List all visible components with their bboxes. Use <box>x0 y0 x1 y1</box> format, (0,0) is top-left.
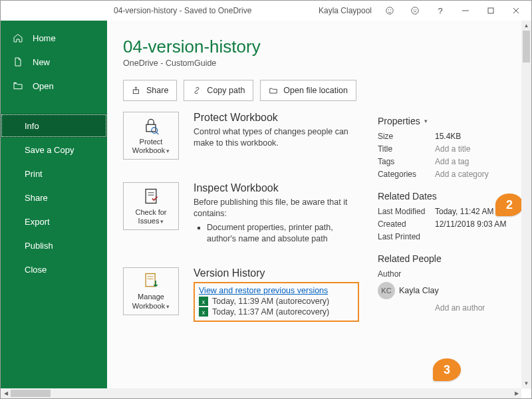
protect-button-label: Protect Workbook <box>124 138 178 155</box>
nav-saveacopy-label: Save a Copy <box>25 145 74 155</box>
svg-point-0 <box>386 7 394 15</box>
nav-close-label: Close <box>25 265 47 275</box>
share-button[interactable]: Share <box>123 80 177 101</box>
created-value: 12/11/2018 9:03 AM <box>435 219 506 229</box>
svg-rect-15 <box>146 189 156 203</box>
help-button[interactable]: ? <box>428 1 453 20</box>
svg-line-14 <box>156 132 159 134</box>
svg-rect-7 <box>488 8 493 13</box>
page-subtitle: OneDrive - CustomGuide <box>123 59 515 68</box>
author-avatar: KC <box>378 282 395 299</box>
created-label: Created <box>378 219 435 229</box>
nav-publish[interactable]: Publish <box>1 233 107 257</box>
vertical-scrollbar[interactable]: ▲ ▼ <box>521 21 531 388</box>
nav-export[interactable]: Export <box>1 209 107 233</box>
scroll-left-icon[interactable]: ◀ <box>1 388 11 398</box>
title-label: Title <box>378 144 435 154</box>
protect-workbook-button[interactable]: Protect Workbook <box>123 112 179 160</box>
manage-icon <box>142 271 160 290</box>
nav-home[interactable]: Home <box>1 26 107 50</box>
inspect-icon <box>142 187 160 205</box>
categories-value[interactable]: Add a category <box>435 170 489 179</box>
open-location-button[interactable]: Open file location <box>260 80 356 101</box>
nav-info-label: Info <box>25 121 39 131</box>
last-printed-label: Last Printed <box>378 232 435 241</box>
nav-open-label: Open <box>33 81 54 91</box>
tags-value[interactable]: Add a tag <box>435 157 469 166</box>
view-restore-link[interactable]: View and restore previous versions <box>199 286 328 295</box>
protect-body: Control what types of changes people can… <box>194 126 359 149</box>
cards-column: Protect Workbook Protect Workbook Contro… <box>123 112 359 322</box>
size-value: 15.4KB <box>435 132 461 141</box>
share-label: Share <box>146 86 168 95</box>
properties-column: Properties Size15.4KB TitleAdd a title T… <box>378 112 515 322</box>
lock-icon <box>142 116 160 135</box>
manage-workbook-button[interactable]: Manage Workbook <box>123 267 179 315</box>
open-icon <box>13 80 23 91</box>
nav-info[interactable]: Info <box>1 114 107 138</box>
nav-publish-label: Publish <box>25 241 53 251</box>
svg-rect-18 <box>146 274 155 287</box>
svg-point-2 <box>390 10 391 11</box>
add-author[interactable]: Add an author <box>435 303 485 313</box>
protect-row: Protect Workbook Protect Workbook Contro… <box>123 112 359 160</box>
callout-2: 2 <box>495 194 523 216</box>
svg-text:x: x <box>202 298 205 305</box>
svg-text:x: x <box>202 309 205 315</box>
check-issues-button[interactable]: Check for Issues <box>123 182 179 230</box>
nav-print[interactable]: Print <box>1 162 107 186</box>
properties-heading[interactable]: Properties <box>378 116 515 126</box>
nav-new-label: New <box>33 57 50 67</box>
sidebar: Home New Open Info Save a Copy Print Sha… <box>1 21 107 390</box>
nav-close[interactable]: Close <box>1 257 107 281</box>
svg-point-5 <box>416 10 416 11</box>
scroll-right-icon[interactable]: ▶ <box>511 388 521 398</box>
share-icon <box>132 86 141 95</box>
scroll-thumb[interactable] <box>523 31 530 63</box>
author-name: Kayla Clay <box>399 286 439 295</box>
inspect-content: Inspect Workbook Before publishing this … <box>194 182 359 245</box>
feedback-frown-icon[interactable] <box>402 1 428 20</box>
manage-workbook-label: Manage Workbook <box>124 293 178 310</box>
title-value[interactable]: Add a title <box>435 144 470 154</box>
protect-heading: Protect Workbook <box>194 112 359 124</box>
page-title: 04-version-history <box>123 37 515 57</box>
inspect-heading: Inspect Workbook <box>194 182 359 194</box>
version-item-2[interactable]: x Today, 11:37 AM (autorecovery) <box>199 307 354 317</box>
excel-file-icon: x <box>199 307 208 317</box>
categories-label: Categories <box>378 170 435 179</box>
nav-export-label: Export <box>25 217 50 227</box>
version-content: Version History View and restore previou… <box>194 267 359 322</box>
nav-new[interactable]: New <box>1 50 107 74</box>
related-people-heading: Related People <box>378 253 515 264</box>
size-label: Size <box>378 132 435 141</box>
nav-share[interactable]: Share <box>1 186 107 209</box>
protect-content: Protect Workbook Control what types of c… <box>194 112 359 149</box>
window-title: 04-version-history - Saved to OneDrive <box>114 6 251 15</box>
svg-point-4 <box>414 10 414 11</box>
maximize-button[interactable] <box>478 1 503 20</box>
minimize-button[interactable] <box>453 1 478 20</box>
nav-save-a-copy[interactable]: Save a Copy <box>1 138 107 162</box>
version-history-box: View and restore previous versions x Tod… <box>194 282 359 322</box>
nav-open[interactable]: Open <box>1 74 107 98</box>
titlebar: 04-version-history - Saved to OneDrive K… <box>1 1 531 21</box>
callout-3: 3 <box>433 358 461 381</box>
copy-path-icon <box>192 86 201 95</box>
horizontal-scrollbar[interactable]: ◀ ▶ <box>1 388 521 398</box>
scroll-down-icon[interactable]: ▼ <box>521 378 531 388</box>
feedback-smile-icon[interactable] <box>377 1 402 20</box>
title-controls: ? <box>377 1 529 20</box>
scroll-up-icon[interactable]: ▲ <box>521 21 531 31</box>
author-row[interactable]: KC Kayla Clay <box>378 282 515 299</box>
version-item-1[interactable]: x Today, 11:39 AM (autorecovery) <box>199 297 354 306</box>
close-button[interactable] <box>503 1 529 20</box>
new-icon <box>13 57 23 67</box>
last-modified-label: Last Modified <box>378 207 435 216</box>
scroll-thumb-h[interactable] <box>11 390 51 397</box>
version-row: Manage Workbook Version History View and… <box>123 267 359 322</box>
nav-share-label: Share <box>25 193 48 203</box>
version-heading: Version History <box>194 267 359 279</box>
copy-path-button[interactable]: Copy path <box>184 80 253 101</box>
last-modified-value: Today, 11:42 AM <box>435 207 494 216</box>
